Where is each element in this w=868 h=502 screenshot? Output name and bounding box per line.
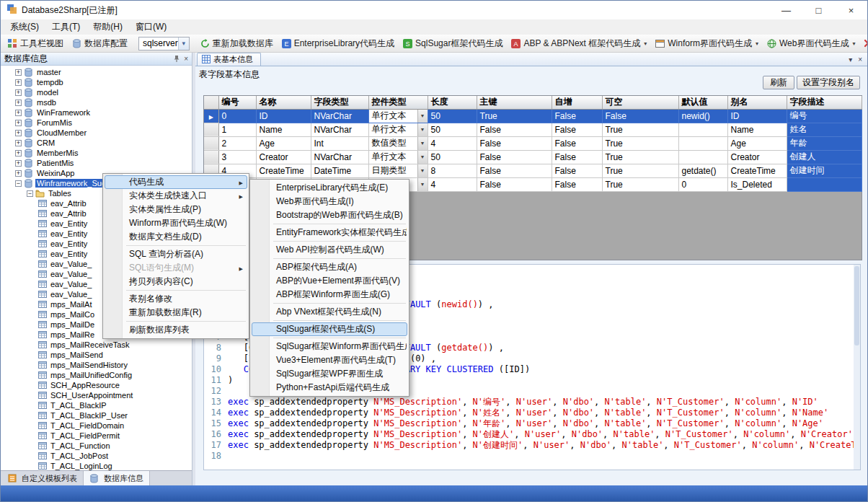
grid-cell[interactable]: False: [552, 136, 602, 150]
expand-icon[interactable]: +: [15, 100, 22, 106]
expand-icon[interactable]: +: [15, 89, 22, 96]
dropdown-arrow-icon[interactable]: ▼: [417, 151, 428, 164]
grid-cell[interactable]: NVarChar: [311, 109, 368, 123]
column-header[interactable]: 可空: [602, 96, 678, 109]
grid-row[interactable]: 3CreatorNVarChar单行文本▼50FalseFalseTrueCre…: [204, 150, 862, 164]
toolbar-view-button[interactable]: 工具栏视图: [4, 36, 67, 51]
expand-icon[interactable]: +: [15, 110, 22, 116]
row-selector[interactable]: [204, 123, 218, 136]
grid-cell[interactable]: 50: [428, 123, 477, 136]
grid-cell[interactable]: DateTime: [311, 164, 368, 177]
grid-cell[interactable]: [787, 177, 862, 191]
grid-cell[interactable]: NVarChar: [311, 150, 368, 164]
context-submenu-item[interactable]: EnterpriseLibrary代码生成(E): [252, 181, 407, 195]
context-submenu-item[interactable]: SqlSugar框架WPF界面生成: [252, 367, 407, 381]
grid-cell[interactable]: [678, 136, 727, 150]
context-menu-item[interactable]: 实体类属性生成(P): [105, 203, 247, 216]
menubar-item[interactable]: 帮助(H): [87, 19, 129, 35]
grid-cell[interactable]: False: [552, 150, 602, 164]
tree-node-table[interactable]: T_ACL_LoginLog: [1, 461, 192, 470]
enterpriselibrary-codegen-button[interactable]: EEnterpriseLibrary代码生成: [278, 36, 398, 51]
grid-cell[interactable]: True: [602, 177, 678, 191]
tree-node-database[interactable]: +msdb: [1, 97, 192, 107]
column-header[interactable]: 控件类型: [368, 96, 428, 109]
minimize-button[interactable]: —: [770, 1, 802, 19]
maximize-button[interactable]: □: [802, 1, 835, 19]
winform-codegen-button[interactable]: Winform界面代码生成▾: [652, 36, 762, 51]
exit-button[interactable]: 退出: [860, 36, 868, 51]
grid-row[interactable]: 2AgeInt数值类型▼4FalseFalseTrueAge年龄: [204, 136, 862, 150]
reload-database-button[interactable]: 重新加载数据库: [197, 36, 277, 51]
column-header[interactable]: 长度: [428, 96, 477, 109]
grid-cell-combo[interactable]: 单行文本▼: [368, 123, 428, 136]
chevron-down-icon[interactable]: ▾: [756, 40, 758, 47]
expand-icon[interactable]: +: [15, 170, 22, 177]
context-menu-item[interactable]: 代码生成▶: [105, 175, 247, 189]
grid-cell[interactable]: 年龄: [787, 136, 862, 150]
row-selector[interactable]: ▶: [204, 109, 218, 123]
grid-cell[interactable]: False: [477, 177, 552, 191]
grid-cell[interactable]: [678, 123, 727, 136]
grid-cell[interactable]: 姓名: [787, 123, 862, 136]
grid-row[interactable]: 4CreateTimeDateTime日期类型▼8FalseFalseTrueg…: [204, 164, 862, 177]
column-header[interactable]: 字段类型: [311, 96, 368, 109]
context-menu-item[interactable]: 实体类生成快速入口▶: [105, 189, 247, 203]
menubar-item[interactable]: 窗口(W): [129, 19, 173, 35]
expand-icon[interactable]: +: [15, 120, 22, 126]
tree-node-database[interactable]: +master: [1, 67, 192, 77]
grid-cell[interactable]: getdate(): [678, 164, 727, 177]
grid-cell[interactable]: True: [602, 164, 678, 177]
abp-codegen-button[interactable]: AABP & ABPNext 框架代码生成▾: [508, 36, 650, 51]
context-submenu-item[interactable]: Bootstrap的Web界面代码生成(B): [252, 208, 407, 222]
grid-cell[interactable]: False: [552, 164, 602, 177]
tree-node-table[interactable]: T_ACL_FieldDomain: [1, 420, 192, 431]
close-button[interactable]: ×: [835, 1, 867, 19]
column-header[interactable]: 名称: [256, 96, 311, 109]
tree-node-table[interactable]: T_ACL_FieldPermit: [1, 431, 192, 441]
grid-cell[interactable]: Creator: [727, 150, 787, 164]
grid-cell[interactable]: 0: [678, 177, 727, 191]
grid-cell[interactable]: 3: [218, 150, 256, 164]
refresh-button[interactable]: 刷新: [763, 76, 794, 89]
grid-cell[interactable]: False: [477, 150, 552, 164]
column-header[interactable]: 别名: [727, 96, 787, 109]
grid-cell[interactable]: 创建人: [787, 150, 862, 164]
grid-cell[interactable]: 4: [428, 136, 477, 150]
grid-cell[interactable]: 8: [428, 164, 477, 177]
tab-list-dropdown-icon[interactable]: ▾: [849, 56, 852, 63]
column-header[interactable]: 编号: [218, 96, 256, 109]
context-menu-item[interactable]: 拷贝列表内容(C): [105, 275, 247, 289]
grid-cell[interactable]: Creator: [256, 150, 311, 164]
dropdown-arrow-icon[interactable]: ▼: [417, 123, 428, 136]
column-header[interactable]: 自增: [552, 96, 602, 109]
expand-icon[interactable]: +: [15, 150, 22, 157]
tree-node-table[interactable]: T_ACL_JobPost: [1, 451, 192, 461]
grid-cell-combo[interactable]: 数值类型▼: [368, 136, 428, 150]
column-header[interactable]: 字段描述: [787, 96, 862, 109]
grid-cell[interactable]: NVarChar: [311, 123, 368, 136]
grid-cell[interactable]: False: [602, 109, 678, 123]
context-menu-item[interactable]: 重新加载数据库(R): [105, 306, 247, 320]
grid-cell[interactable]: False: [552, 109, 602, 123]
grid-cell[interactable]: ID: [256, 109, 311, 123]
tree-node-database[interactable]: +CloudMember: [1, 128, 192, 138]
tree-node-database[interactable]: +model: [1, 87, 192, 97]
context-menu-item[interactable]: 数据库文档生成(D): [105, 230, 247, 244]
database-config-button[interactable]: 数据库配置: [68, 36, 131, 51]
grid-cell-combo[interactable]: 单行文本▼: [368, 109, 428, 123]
column-header[interactable]: 默认值: [678, 96, 727, 109]
expand-icon[interactable]: +: [15, 140, 22, 146]
tree-node-database[interactable]: +CRM: [1, 138, 192, 148]
context-menu-item[interactable]: SQL 查询分析器(A): [105, 247, 247, 261]
tree-node-database[interactable]: +MemberMis: [1, 148, 192, 158]
context-menu-item[interactable]: 表别名修改: [105, 292, 247, 306]
context-submenu-item[interactable]: SqlSugar框架代码生成(S): [252, 322, 407, 336]
context-submenu-item[interactable]: ABP框架Winform界面生成(G): [252, 288, 407, 301]
grid-cell[interactable]: CreateTime: [256, 164, 311, 177]
tab-close-icon[interactable]: ×: [858, 56, 862, 63]
grid-cell[interactable]: 4: [428, 177, 477, 191]
tree-node-database[interactable]: +PatientMis: [1, 158, 192, 168]
grid-cell[interactable]: 0: [218, 109, 256, 123]
bottom-tab[interactable]: 自定义模板列表: [2, 471, 84, 485]
context-submenu-item[interactable]: Web界面代码生成(I): [252, 195, 407, 208]
